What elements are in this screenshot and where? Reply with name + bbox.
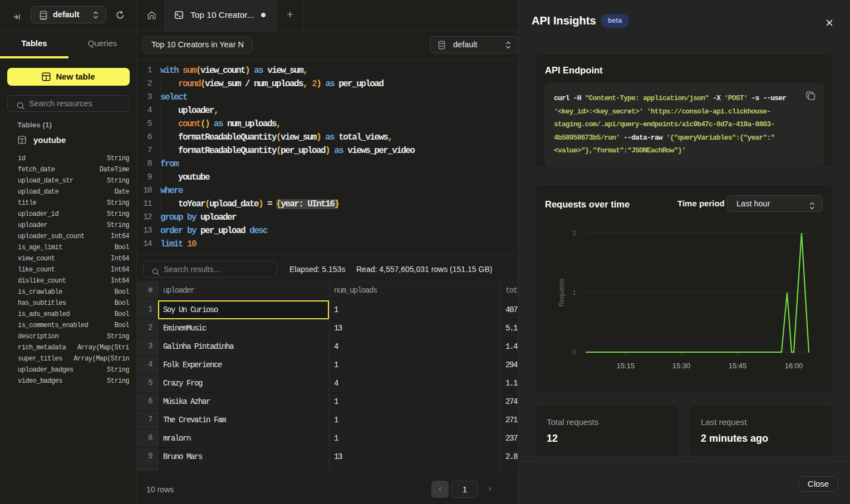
svg-text:15:15: 15:15 xyxy=(617,362,635,370)
svg-text:16:00: 16:00 xyxy=(785,362,803,370)
svg-text:Requests: Requests xyxy=(558,279,566,307)
svg-text:15:45: 15:45 xyxy=(729,362,747,370)
svg-text:15:30: 15:30 xyxy=(672,362,691,370)
svg-text:2: 2 xyxy=(573,230,576,236)
svg-text:0: 0 xyxy=(573,349,576,355)
svg-text:1: 1 xyxy=(573,289,576,296)
